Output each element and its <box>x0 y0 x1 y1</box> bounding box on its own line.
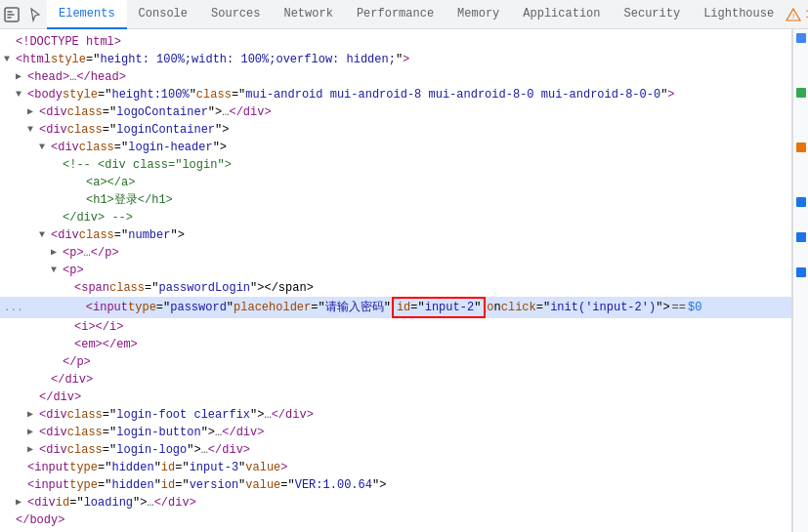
main-area: <!DOCTYPE html> <html style="height: 100… <box>0 29 808 532</box>
arrow[interactable] <box>51 262 63 279</box>
dom-line-html: <html style="height: 100%;width: 100%;ov… <box>0 51 791 68</box>
arrow[interactable] <box>27 103 39 121</box>
warning-badge: ! 1 <box>786 8 808 21</box>
cursor-icon <box>27 7 43 22</box>
dom-line-p-close: </p> <box>0 353 791 371</box>
dom-line-loading: <div id="loading"> … </div> <box>0 494 791 512</box>
arrow[interactable] <box>27 424 39 441</box>
dom-line-input-hidden1: <input type="hidden" id="input-3" value> <box>0 459 791 476</box>
warning-icon: ! <box>786 8 801 21</box>
tab-security[interactable]: Security <box>613 0 693 29</box>
dom-line-h1: <h1>登录</h1> <box>0 191 791 209</box>
dom-line-login-header: <div class="login-header"> <box>0 139 791 156</box>
dom-line-em: <em></em> <box>0 336 791 353</box>
dom-line-head: <head>…</head> <box>0 68 791 86</box>
dom-line-span-password: <span class="passwordLogin"></span> <box>0 279 791 297</box>
dom-line-input-password[interactable]: ... <input type="password" placeholder="… <box>0 297 791 318</box>
dom-line-comment2: </div> --> <box>0 209 791 226</box>
dom-line-number: <div class="number"> <box>0 226 791 244</box>
devtools-tab-bar: Elements Console Sources Network Perform… <box>0 0 808 29</box>
dom-line-body-close: </body> <box>0 512 791 529</box>
right-panel <box>792 29 808 532</box>
dom-line-doctype: <!DOCTYPE html> <box>0 33 791 51</box>
devtools-icon <box>4 7 20 22</box>
dom-line-a: <a></a> <box>0 174 791 191</box>
arrow[interactable] <box>4 51 16 68</box>
right-indicator-2 <box>796 88 806 98</box>
dots-prefix: ... <box>4 299 23 316</box>
dom-line-login-container-close: </div> <box>0 389 791 406</box>
dom-line-login-button: <div class="login-button"> … </div> <box>0 424 791 441</box>
dom-line-comment1: <!-- <div class="login"> <box>0 156 791 174</box>
dom-line-p2: <p> <box>0 262 791 279</box>
svg-text:!: ! <box>792 12 794 20</box>
right-indicator-4 <box>796 197 806 207</box>
dom-line-logo: <div class="logoContainer"> … </div> <box>0 103 791 121</box>
tab-elements[interactable]: Elements <box>47 0 127 29</box>
tab-lighthouse[interactable]: Lighthouse <box>692 0 786 29</box>
dom-line-input-version: <input type="hidden" id="version" value=… <box>0 476 791 494</box>
dom-line-p1: <p>…</p> <box>0 244 791 262</box>
dom-line-body: <body style="height:100%" class="mui-and… <box>0 86 791 103</box>
tab-sources[interactable]: Sources <box>199 0 272 29</box>
right-indicator-6 <box>796 267 806 277</box>
dom-tree-panel[interactable]: <!DOCTYPE html> <html style="height: 100… <box>0 29 792 532</box>
tab-application[interactable]: Application <box>511 0 612 29</box>
arrow[interactable] <box>16 86 27 103</box>
highlighted-id-attr: id="input-2" <box>392 297 486 318</box>
right-indicator-5 <box>796 232 806 242</box>
tab-performance[interactable]: Performance <box>345 0 446 29</box>
arrow[interactable] <box>16 68 27 86</box>
arrow[interactable] <box>27 406 39 424</box>
dom-line-number-close: </div> <box>0 371 791 389</box>
arrow[interactable] <box>27 441 39 459</box>
arrow[interactable] <box>16 494 27 512</box>
right-indicator-1 <box>796 33 806 43</box>
dom-line-i: <i></i> <box>0 318 791 336</box>
arrow[interactable] <box>27 121 39 139</box>
arrow[interactable] <box>51 244 63 262</box>
dom-line-login-logo: <div class="login-logo"> … </div> <box>0 441 791 459</box>
dom-line-login-foot: <div class="login-foot clearfix"> … </di… <box>0 406 791 424</box>
dom-line-login-container: <div class="loginContainer"> <box>0 121 791 139</box>
tab-memory[interactable]: Memory <box>446 0 511 29</box>
arrow[interactable] <box>39 139 51 156</box>
arrow[interactable] <box>39 226 51 244</box>
tab-console[interactable]: Console <box>127 0 199 29</box>
right-indicator-3 <box>796 143 806 152</box>
tab-network[interactable]: Network <box>272 0 344 29</box>
